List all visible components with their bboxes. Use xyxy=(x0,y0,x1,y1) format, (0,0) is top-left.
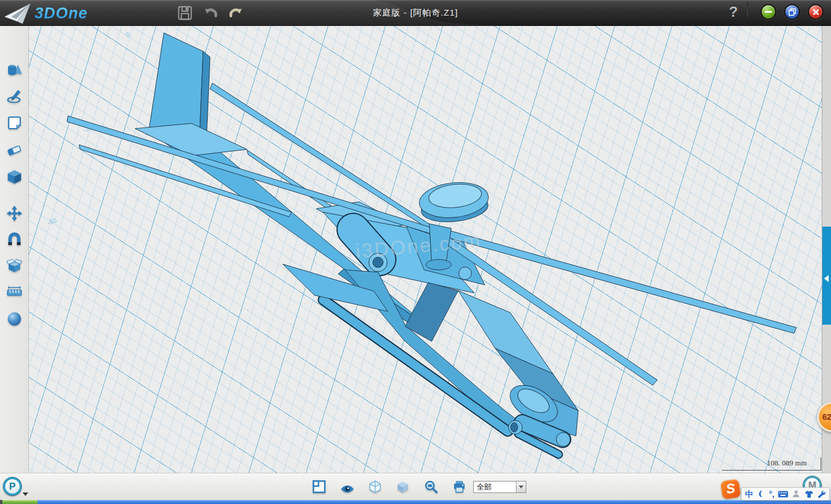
scale-indicator: 108. 089 mm xyxy=(722,457,821,471)
halfwidth-moon-icon[interactable] xyxy=(757,490,765,498)
ime-punctuation-toggle[interactable]: °, xyxy=(769,490,775,498)
move-icon[interactable] xyxy=(6,205,23,221)
helicopter-model[interactable] xyxy=(29,26,822,473)
ime-toolbar: 中 °, xyxy=(741,487,830,501)
chevron-down-icon xyxy=(519,486,523,488)
settings-wrench-icon[interactable] xyxy=(817,490,826,498)
taskbar-segment-blue xyxy=(38,500,831,504)
window-title: 家庭版 - [阿帕奇.Z1] xyxy=(0,7,831,18)
titlebar-separator xyxy=(747,2,748,23)
display-filter-value: 全部 xyxy=(474,482,516,492)
shaded-cube-icon[interactable] xyxy=(396,480,410,494)
close-button[interactable] xyxy=(808,4,823,20)
bottom-toolbar: P 全 xyxy=(0,473,831,500)
sketch-plane-icon[interactable] xyxy=(6,115,23,131)
snap-magnet-icon[interactable] xyxy=(6,231,23,247)
expand-caret[interactable] xyxy=(23,492,28,496)
left-toolbar xyxy=(0,26,29,473)
panel-expand-toggle[interactable] xyxy=(822,227,831,325)
ime-logo[interactable]: S xyxy=(720,479,741,499)
ime-language-toggle[interactable]: 中 xyxy=(745,490,753,498)
visibility-eye-icon[interactable] xyxy=(340,482,354,496)
measure-icon[interactable] xyxy=(6,284,23,300)
3done-application-window: 3DOne 家庭版 - [阿帕奇.Z1] ? xyxy=(0,0,831,504)
minimize-button[interactable] xyxy=(761,4,776,20)
eraser-icon[interactable] xyxy=(6,142,23,158)
solid-feature-icon[interactable] xyxy=(6,169,23,185)
help-button[interactable]: ? xyxy=(726,3,741,20)
model-tail-fin xyxy=(149,33,203,134)
taskbar-segment-green xyxy=(2,500,38,504)
restore-icon xyxy=(788,8,796,16)
user-account-icon[interactable] xyxy=(792,490,800,498)
model-rotor-hub xyxy=(418,179,491,225)
dropdown-button[interactable] xyxy=(516,482,526,492)
chevron-left-icon xyxy=(824,275,829,282)
skin-tshirt-icon[interactable] xyxy=(804,490,814,498)
quick-launch-badge[interactable]: P xyxy=(3,477,21,495)
primitive-shapes-icon[interactable] xyxy=(6,62,23,78)
zoom-magnifier-icon[interactable] xyxy=(424,480,438,494)
material-render-icon[interactable] xyxy=(6,311,23,327)
sketch-icon[interactable] xyxy=(6,88,23,104)
display-filter-dropdown[interactable]: 全部 xyxy=(473,481,526,493)
print-icon[interactable] xyxy=(452,480,466,494)
restore-button[interactable] xyxy=(784,4,800,20)
soft-keyboard-icon[interactable] xyxy=(778,491,788,498)
model-stabilizer xyxy=(135,123,247,156)
view-corner-icon[interactable] xyxy=(312,480,326,494)
close-icon xyxy=(812,8,820,16)
combine-icon[interactable] xyxy=(6,257,23,273)
wireframe-cube-icon[interactable] xyxy=(368,480,382,494)
3d-viewport[interactable]: 0 -25 -50 xyxy=(29,26,822,473)
os-taskbar-edge xyxy=(0,500,831,504)
title-bar: 3DOne 家庭版 - [阿帕奇.Z1] ? xyxy=(0,0,831,26)
